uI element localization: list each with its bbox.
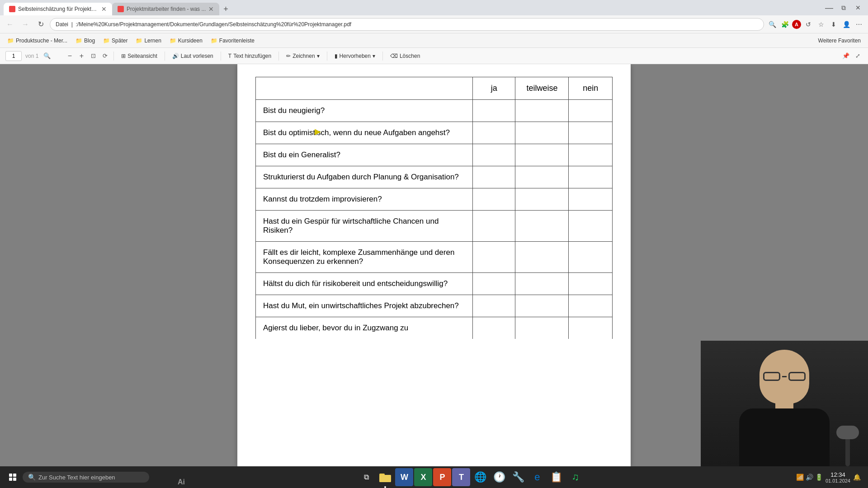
file-explorer-app[interactable] <box>376 468 394 486</box>
table-row: Hältst du dich für risikobereit und ents… <box>256 273 613 295</box>
taskbar-search[interactable]: 🔍 Zur Suche Text hier eingeben <box>23 472 149 483</box>
back-button[interactable]: ← <box>4 18 16 31</box>
tab-close-1[interactable]: ✕ <box>101 5 107 13</box>
expand-button[interactable]: ⤢ <box>853 51 863 61</box>
address-input[interactable]: Datei | :/Meine%20Kurse/Projektmanagemen… <box>50 18 764 31</box>
seitenansicht-label: Seiteansicht <box>127 53 157 59</box>
window-controls: — ⧉ ✕ <box>823 1 864 14</box>
table-row: Hast du ein Gespür für wirtschaftliche C… <box>256 211 613 242</box>
vorlesen-icon: 🔊 <box>172 53 179 59</box>
tab-favicon-2 <box>118 6 124 12</box>
excel-app[interactable]: X <box>414 468 432 486</box>
folder-icon: 📁 <box>103 38 110 44</box>
text-hinzufuegen-label: Text hinzufügen <box>233 53 271 59</box>
fit-page-button[interactable]: ⊡ <box>88 51 98 61</box>
menu-icon[interactable]: ⋯ <box>854 19 864 30</box>
zoom-in-button[interactable]: + <box>76 51 86 61</box>
table-row: Strukturierst du Aufgaben durch Planung … <box>256 166 613 188</box>
text-hinzufuegen-button[interactable]: T Text hinzufügen <box>225 50 275 62</box>
weitere-favoriten-button[interactable]: Weitere Favoriten <box>815 36 864 45</box>
search-icon: 🔍 <box>28 474 36 481</box>
question-cell: Fällt es dir leicht, komplexe Zusammenhä… <box>256 242 473 273</box>
tab-close-2[interactable]: ✕ <box>208 5 214 13</box>
question-cell: Hältst du dich für risikobereit und ents… <box>256 273 473 295</box>
nein-cell <box>569 211 613 242</box>
adblock-icon[interactable]: A <box>792 20 801 29</box>
spotify-app[interactable]: ♫ <box>566 468 584 486</box>
ja-cell <box>473 122 515 144</box>
browser-window: Selbsteinschätzung für Projektm... ✕ Pro… <box>0 0 868 488</box>
ai-label: Ai <box>178 478 185 486</box>
zeichnen-button[interactable]: ✏ Zeichnen ▾ <box>283 50 323 62</box>
zoom-out-button[interactable]: − <box>65 51 75 61</box>
tab-2-inactive[interactable]: Projektmitarbeiter finden - was ... ✕ <box>112 3 219 15</box>
network-icon: 📶 <box>796 474 804 481</box>
close-button[interactable]: ✕ <box>852 1 864 14</box>
taskbar: 🔍 Zur Suche Text hier eingeben ⧉ W X P T… <box>0 466 868 488</box>
folder-icon <box>379 472 391 482</box>
pdf-page: ja teilweise nein Bist du neugierig? <box>237 64 631 466</box>
bookmark-icon[interactable]: ☆ <box>816 19 826 30</box>
ja-cell <box>473 100 515 122</box>
notification-icon[interactable]: 🔔 <box>853 474 861 481</box>
download-icon[interactable]: ⬇ <box>828 19 839 30</box>
bookmark-spaeter[interactable]: 📁 Später <box>99 36 131 45</box>
pdf-search-button[interactable]: 🔍 <box>42 51 52 61</box>
table-header-row: ja teilweise nein <box>256 77 613 100</box>
teilweise-cell <box>515 242 569 273</box>
tab-1-active[interactable]: Selbsteinschätzung für Projektm... ✕ <box>4 3 112 15</box>
refresh-icon[interactable]: ↺ <box>803 19 814 30</box>
page-number-input[interactable] <box>5 51 22 61</box>
powerpoint-app[interactable]: P <box>433 468 451 486</box>
restore-button[interactable]: ⧉ <box>837 1 850 14</box>
hervorheben-button[interactable]: ▮ Hervorheben ▾ <box>331 50 379 62</box>
table-row: Hast du Mut, ein unwirtschaftliches Proj… <box>256 295 613 317</box>
pin-button[interactable]: 📌 <box>841 51 851 61</box>
question-cell: Hast du ein Gespür für wirtschaftliche C… <box>256 211 473 242</box>
address-bar: ← → ↻ Datei | :/Meine%20Kurse/Projektman… <box>0 15 868 33</box>
bookmark-blog[interactable]: 📁 Blog <box>72 36 99 45</box>
taskview-app[interactable]: ⧉ <box>357 468 375 486</box>
forward-button[interactable]: → <box>19 18 32 31</box>
word-app[interactable]: W <box>395 468 413 486</box>
seitenansicht-button[interactable]: ⊞ Seiteansicht <box>118 50 160 62</box>
zeichnen-icon: ✏ <box>286 53 291 59</box>
loeschen-button[interactable]: ⌫ Löschen <box>387 50 424 62</box>
clock-app[interactable]: 🕐 <box>490 468 508 486</box>
nein-cell <box>569 100 613 122</box>
bookmark-favoritenleiste[interactable]: 📁 Favoritenleiste <box>207 36 258 45</box>
text-icon: T <box>228 53 231 59</box>
refresh-button[interactable]: ↻ <box>34 18 47 31</box>
teilweise-cell <box>515 166 569 188</box>
taskbar-apps: ⧉ W X P T 🌐 🕐 🔧 e 📋 ♫ <box>150 468 792 486</box>
extensions-icon[interactable]: 🧩 <box>779 19 790 30</box>
teilweise-cell <box>515 100 569 122</box>
profile-icon[interactable]: 👤 <box>841 19 852 30</box>
hervorheben-arrow: ▾ <box>373 53 375 59</box>
teilweise-cell <box>515 317 569 339</box>
bookmark-kursideen[interactable]: 📁 Kursideen <box>166 36 206 45</box>
new-tab-button[interactable]: + <box>219 3 232 15</box>
bookmark-produktsuche[interactable]: 📁 Produktsuche - Mer... <box>4 36 71 45</box>
windows-logo <box>9 474 16 481</box>
teams-app[interactable]: T <box>452 468 470 486</box>
zoom-icon[interactable]: 🔍 <box>767 19 778 30</box>
laut-vorlesen-button[interactable]: 🔊 Laut vorlesen <box>169 50 217 62</box>
table-row: Fällt es dir leicht, komplexe Zusammenhä… <box>256 242 613 273</box>
chrome-app[interactable]: 🌐 <box>471 468 489 486</box>
app9[interactable]: 🔧 <box>509 468 527 486</box>
start-button[interactable] <box>4 468 22 486</box>
teilweise-cell <box>515 211 569 242</box>
rotate-button[interactable]: ⟳ <box>100 51 110 61</box>
bookmark-lernen[interactable]: 📁 Lernen <box>132 36 165 45</box>
page-total: von 1 <box>24 53 40 59</box>
minimize-button[interactable]: — <box>823 1 835 14</box>
cursor-indicator: ▶ <box>315 127 321 136</box>
app11[interactable]: 📋 <box>547 468 565 486</box>
taskbar-clock[interactable]: 12:34 01.01.2024 <box>826 471 850 483</box>
nein-cell <box>569 317 613 339</box>
table-row: Kannst du trotzdem improvisieren? <box>256 188 613 211</box>
edge-app[interactable]: e <box>528 468 546 486</box>
table-row: Agierst du lieber, bevor du in Zugzwang … <box>256 317 613 339</box>
ja-cell <box>473 317 515 339</box>
